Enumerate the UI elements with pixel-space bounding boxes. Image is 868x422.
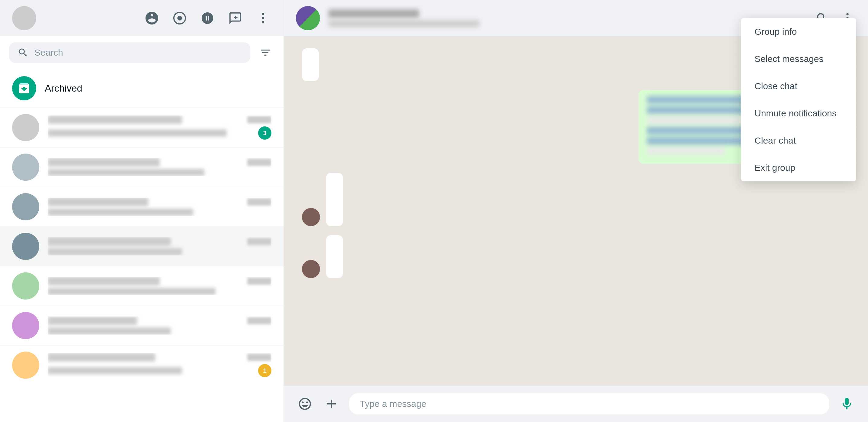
chat-content [48,316,272,335]
svg-point-1 [177,16,182,20]
clear-chat-item[interactable]: Clear chat [741,127,856,154]
chat-avatar [12,233,39,260]
message-bubble [302,48,319,81]
chat-item[interactable] [0,266,283,306]
chat-header-avatar[interactable] [296,6,320,30]
search-icon [18,47,28,58]
chat-item[interactable] [0,187,283,227]
channels-icon[interactable] [199,10,216,27]
sidebar: Archived 3 [0,0,284,422]
chat-item[interactable] [0,147,283,187]
chat-header-name [329,9,419,18]
search-input-wrapper[interactable] [9,42,250,63]
dropdown-menu: Group info Select messages Close chat Un… [741,18,856,181]
community-icon[interactable] [144,10,160,27]
chat-time [247,159,272,166]
group-info-item[interactable]: Group info [741,18,856,45]
message-bubble [326,235,343,278]
chat-content [48,198,272,216]
chat-avatar [12,272,39,300]
chat-badge: 3 [258,126,272,140]
chat-preview [48,208,193,216]
chat-preview [48,169,205,176]
chat-time [247,116,272,123]
message-row [302,48,319,81]
archived-row[interactable]: Archived [0,69,283,108]
unmute-notifications-item[interactable]: Unmute notifications [741,100,856,127]
svg-point-3 [262,17,264,19]
chat-avatar [12,351,39,379]
message-row [302,235,343,278]
close-chat-item[interactable]: Close chat [741,73,856,100]
more-options-icon[interactable] [254,10,272,27]
sidebar-header [0,0,283,36]
message-bubble [326,173,343,226]
chat-time [247,354,272,361]
chat-preview [48,288,216,295]
chat-item[interactable]: 1 [0,345,283,385]
new-chat-icon[interactable] [227,10,244,27]
svg-point-4 [262,21,264,24]
chat-header-subtitle [329,20,479,27]
mic-button[interactable] [838,395,856,413]
chat-preview [48,328,171,335]
chat-name [48,277,160,285]
chat-time [247,198,272,205]
message-input[interactable] [360,399,818,409]
chat-content [48,237,272,255]
chat-preview [48,367,182,374]
chat-preview [48,130,227,137]
search-input[interactable] [34,48,242,58]
chat-list: 3 [0,108,283,422]
attach-button[interactable] [322,395,341,413]
chat-area: Group info Select messages Close chat Un… [284,0,868,422]
chat-preview [48,248,182,255]
chat-item[interactable] [0,227,283,266]
chat-item[interactable] [0,306,283,345]
chat-name [48,198,148,206]
chat-header-info [329,9,805,27]
chat-name [48,237,171,246]
emoji-button[interactable] [296,395,314,413]
status-icon[interactable] [171,10,188,27]
chat-content [48,158,272,176]
message-avatar [302,208,320,226]
chat-avatar [12,153,39,181]
exit-group-item[interactable]: Exit group [741,154,856,181]
chat-time [247,317,272,325]
chat-content [48,277,272,295]
message-avatar [302,260,320,278]
select-messages-item[interactable]: Select messages [741,45,856,73]
chat-avatar [12,312,39,339]
chat-avatar [12,193,39,220]
message-input-wrapper[interactable] [349,393,829,415]
filter-button[interactable] [256,44,274,62]
chat-name [48,158,160,167]
chat-content: 3 [48,115,272,140]
sidebar-header-icons [144,10,272,27]
chat-avatar [12,114,39,141]
chat-badge: 1 [258,364,272,377]
chat-content: 1 [48,353,272,377]
search-bar [0,36,283,69]
chat-name [48,353,155,362]
svg-point-5 [846,13,848,16]
chat-name [48,115,182,124]
chat-item[interactable]: 3 [0,108,283,147]
archived-icon [12,76,36,101]
message-row [302,173,343,226]
chat-footer [284,386,868,422]
svg-point-2 [262,13,264,16]
chat-name [48,316,137,325]
chat-time [247,278,272,285]
chat-time [247,238,272,245]
archived-label: Archived [45,83,83,94]
user-avatar[interactable] [12,6,36,30]
